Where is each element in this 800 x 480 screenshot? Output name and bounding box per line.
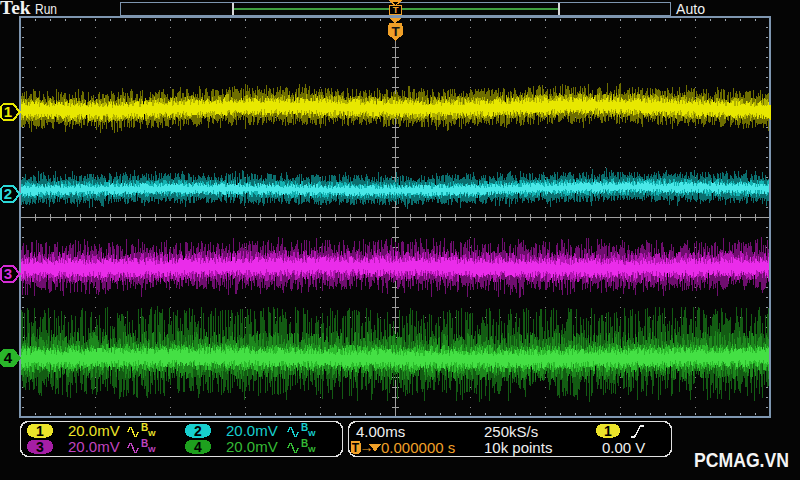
svg-text:20.0mV: 20.0mV [226, 438, 278, 455]
svg-text:250kS/s: 250kS/s [484, 423, 538, 440]
svg-text:W: W [308, 445, 316, 454]
svg-text:T: T [392, 24, 401, 39]
svg-text:W: W [148, 429, 156, 438]
svg-text:1: 1 [36, 423, 44, 439]
svg-text:W: W [308, 429, 316, 438]
svg-text:1: 1 [604, 423, 612, 439]
svg-text:Tek: Tek [0, 0, 31, 18]
svg-text:4.00ms: 4.00ms [356, 423, 405, 440]
svg-text:T: T [393, 4, 399, 15]
svg-text:0.000000 s: 0.000000 s [381, 439, 455, 456]
svg-text:0.00 V: 0.00 V [602, 439, 645, 456]
svg-text:10k points: 10k points [484, 439, 552, 456]
svg-text:Auto: Auto [676, 1, 705, 17]
svg-text:20.0mV: 20.0mV [68, 438, 120, 455]
svg-text:4: 4 [4, 349, 13, 366]
svg-text:1: 1 [4, 103, 12, 120]
svg-text:→: → [360, 439, 374, 455]
svg-text:3: 3 [36, 439, 44, 455]
svg-text:PCMAG.VN: PCMAG.VN [694, 448, 789, 471]
svg-text:2: 2 [4, 185, 12, 202]
svg-text:Run: Run [35, 1, 57, 17]
svg-text:20.0mV: 20.0mV [226, 422, 278, 439]
svg-text:2: 2 [194, 423, 202, 439]
svg-text:W: W [148, 445, 156, 454]
svg-text:20.0mV: 20.0mV [68, 422, 120, 439]
svg-text:4: 4 [194, 439, 202, 455]
svg-text:3: 3 [4, 265, 12, 282]
